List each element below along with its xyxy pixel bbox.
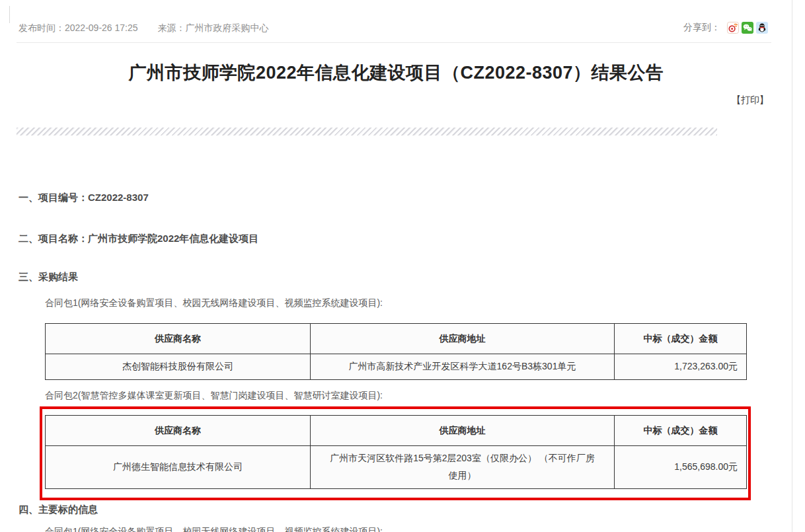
supplier-address-cell: 广州市高新技术产业开发区科学大道162号B3栋301单元 [311, 354, 615, 380]
bottom-partial-line: 合同包1(网络安全设备购置项目、校园无线网络建设项目、视频监控系统建设项目): [45, 526, 383, 532]
col-header-award-amount: 中标（成交）金额 [615, 416, 747, 446]
table-header-row: 供应商名称 供应商地址 中标（成交）金额 [46, 416, 747, 446]
supplier-address-cell: 广州市天河区软件路15号第2层203室（仅限办公） （不可作厂房使用） [311, 446, 615, 489]
share-label: 分享到： [683, 22, 720, 34]
header-divider [17, 42, 771, 43]
section-project-number: 一、项目编号：CZ2022-8307 [19, 192, 149, 204]
table-row: 广州德生智能信息技术有限公司 广州市天河区软件路15号第2层203室（仅限办公）… [46, 446, 747, 489]
section-procurement-result: 三、采购结果 [19, 271, 78, 284]
hatched-divider [17, 128, 717, 135]
page-title: 广州市技师学院2022年信息化建设项目（CZ2022-8307）结果公告 [0, 61, 792, 85]
left-edge-rule [9, 6, 10, 23]
award-amount-cell: 1,565,698.00元 [615, 446, 747, 489]
source-value: 广州市政府采购中心 [186, 22, 269, 33]
package2-label: 合同包2(智慧管控多媒体课室更新项目、智慧门岗建设项目、智慧研讨室建设项目): [45, 390, 383, 402]
publish-time-label: 发布时间： [19, 22, 65, 33]
col-header-supplier-name: 供应商名称 [46, 416, 311, 446]
col-header-award-amount: 中标（成交）金额 [615, 324, 747, 354]
weibo-icon[interactable] [727, 22, 739, 34]
print-button[interactable]: 【打印】 [732, 95, 769, 106]
announcement-page: 发布时间：2022-09-26 17:25来源：广州市政府采购中心 分享到： [0, 0, 805, 532]
package2-result-table: 供应商名称 供应商地址 中标（成交）金额 广州德生智能信息技术有限公司 广州市天… [45, 415, 747, 489]
publish-time-value: 2022-09-26 17:25 [65, 22, 138, 33]
source-label: 来源： [158, 22, 186, 33]
package1-result-table: 供应商名称 供应商地址 中标（成交）金额 杰创智能科技股份有限公司 广州市高新技… [45, 323, 747, 380]
section-main-subject-info: 四、主要标的信息 [19, 504, 98, 516]
package1-label: 合同包1(网络安全设备购置项目、校园无线网络建设项目、视频监控系统建设项目): [45, 297, 383, 309]
meta-bar: 发布时间：2022-09-26 17:25来源：广州市政府采购中心 [19, 22, 269, 34]
col-header-supplier-address: 供应商地址 [311, 324, 615, 354]
table-header-row: 供应商名称 供应商地址 中标（成交）金额 [46, 324, 747, 354]
table-row: 杰创智能科技股份有限公司 广州市高新技术产业开发区科学大道162号B3栋301单… [46, 354, 747, 380]
supplier-name-cell: 广州德生智能信息技术有限公司 [46, 446, 311, 489]
award-amount-cell: 1,723,263.00元 [615, 354, 747, 380]
qq-icon[interactable] [756, 22, 768, 34]
supplier-name-cell: 杰创智能科技股份有限公司 [46, 354, 311, 380]
share-bar: 分享到： [683, 22, 768, 34]
col-header-supplier-address: 供应商地址 [311, 416, 615, 446]
col-header-supplier-name: 供应商名称 [46, 324, 311, 354]
section-project-name: 二、项目名称：广州市技师学院2022年信息化建设项目 [19, 233, 258, 245]
wechat-icon[interactable] [742, 22, 753, 34]
